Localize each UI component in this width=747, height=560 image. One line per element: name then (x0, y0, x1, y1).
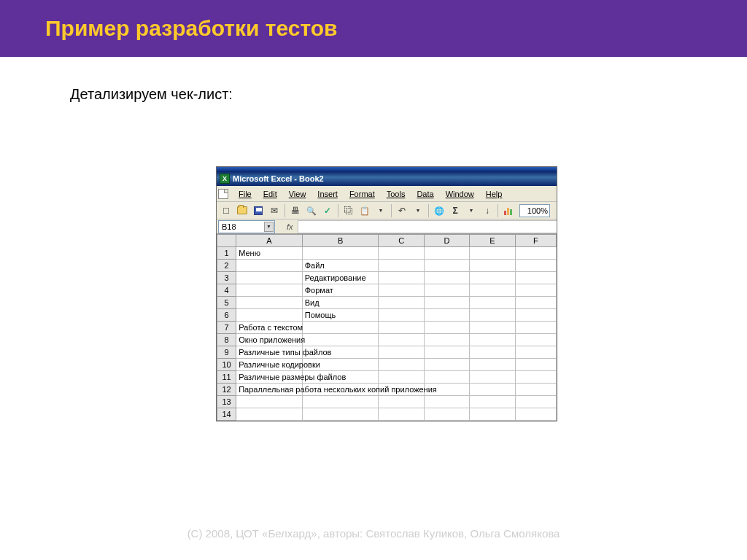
row-header[interactable]: 11 (217, 371, 236, 384)
formula-input[interactable] (298, 220, 557, 233)
cell[interactable] (470, 334, 515, 346)
zoom-combobox[interactable]: 100% (519, 204, 550, 217)
select-all-cell[interactable] (217, 235, 236, 247)
column-header-d[interactable]: D (424, 235, 469, 247)
menu-insert[interactable]: Insert (311, 188, 344, 200)
name-box[interactable]: B18 ▼ (218, 220, 275, 233)
cell[interactable] (379, 272, 424, 284)
cell[interactable] (302, 247, 379, 260)
row-header[interactable]: 13 (217, 396, 236, 408)
undo-dropdown[interactable]: ▼ (411, 203, 425, 218)
cell[interactable] (515, 284, 556, 297)
row-header[interactable]: 1 (217, 247, 236, 260)
cell[interactable] (515, 260, 556, 272)
cell[interactable]: Формат (302, 284, 379, 297)
spellcheck-button[interactable] (320, 203, 335, 218)
cell[interactable]: Различные кодировки (236, 359, 303, 371)
row-header[interactable]: 2 (217, 260, 236, 272)
cell[interactable] (379, 247, 424, 260)
cell[interactable] (470, 297, 515, 309)
cell[interactable] (470, 396, 515, 408)
row-header[interactable]: 10 (217, 359, 236, 371)
cell[interactable] (515, 384, 556, 396)
menu-format[interactable]: Format (344, 188, 381, 200)
autosum-button[interactable] (448, 203, 462, 218)
cell[interactable]: Окно приложения (236, 334, 303, 346)
cell[interactable]: Различные типы файлов (236, 346, 303, 359)
cell[interactable] (515, 297, 556, 309)
cell[interactable] (515, 396, 556, 408)
hyperlink-button[interactable] (432, 203, 446, 218)
row-header[interactable]: 8 (217, 334, 236, 346)
cell[interactable] (379, 396, 424, 408)
cell[interactable] (379, 359, 424, 371)
cell[interactable] (470, 309, 515, 322)
row-header[interactable]: 5 (217, 297, 236, 309)
column-header-e[interactable]: E (470, 235, 515, 247)
cell[interactable] (515, 309, 556, 322)
menu-file[interactable]: File (233, 188, 258, 200)
column-header-c[interactable]: C (379, 235, 424, 247)
cell[interactable]: Файл (302, 260, 379, 272)
cell[interactable]: Вид (302, 297, 379, 309)
cell[interactable] (424, 247, 469, 260)
menu-tools[interactable]: Tools (381, 188, 411, 200)
cell[interactable] (236, 396, 303, 408)
cell[interactable] (379, 334, 424, 346)
cell[interactable] (424, 359, 469, 371)
open-button[interactable] (235, 203, 249, 218)
row-header[interactable]: 4 (217, 284, 236, 297)
cell[interactable] (236, 272, 303, 284)
cell[interactable] (515, 334, 556, 346)
row-header[interactable]: 14 (217, 408, 236, 421)
cell[interactable]: Различные размеры файлов (236, 371, 303, 384)
cell[interactable] (302, 334, 379, 346)
row-header[interactable]: 3 (217, 272, 236, 284)
column-header-f[interactable]: F (515, 235, 556, 247)
cell[interactable] (424, 322, 469, 334)
cell[interactable] (470, 371, 515, 384)
cell[interactable] (379, 284, 424, 297)
cell[interactable] (470, 408, 515, 421)
cell[interactable] (236, 309, 303, 322)
cell[interactable] (424, 396, 469, 408)
cell[interactable]: Меню (236, 247, 303, 260)
cell[interactable] (470, 322, 515, 334)
excel-app-icon[interactable]: X (220, 174, 230, 184)
document-icon[interactable] (218, 189, 228, 199)
cell[interactable] (379, 408, 424, 421)
cell[interactable] (302, 322, 379, 334)
chart-button[interactable] (501, 203, 516, 218)
save-button[interactable] (251, 203, 266, 218)
print-button[interactable] (288, 203, 303, 218)
cell[interactable] (515, 408, 556, 421)
cell[interactable] (379, 309, 424, 322)
cell[interactable] (424, 371, 469, 384)
cell[interactable] (424, 284, 469, 297)
sort-button[interactable] (480, 203, 495, 218)
cell[interactable]: Редактирование (302, 272, 379, 284)
paste-dropdown[interactable]: ▼ (374, 203, 388, 218)
row-header[interactable]: 7 (217, 322, 236, 334)
paste-button[interactable] (357, 203, 372, 218)
cell[interactable] (236, 408, 303, 421)
cell[interactable] (379, 371, 424, 384)
cell[interactable] (424, 346, 469, 359)
cell[interactable] (424, 297, 469, 309)
cell[interactable] (515, 322, 556, 334)
cell[interactable] (379, 260, 424, 272)
cell[interactable] (379, 322, 424, 334)
cell[interactable] (470, 260, 515, 272)
cell[interactable] (424, 309, 469, 322)
cell[interactable] (470, 346, 515, 359)
undo-button[interactable] (395, 203, 409, 218)
cell[interactable] (236, 284, 303, 297)
excel-titlebar[interactable]: X Microsoft Excel - Book2 (217, 171, 557, 186)
cell[interactable] (470, 359, 515, 371)
cell[interactable] (302, 408, 379, 421)
mail-button[interactable] (267, 203, 282, 218)
fx-label[interactable]: fx (287, 222, 293, 231)
cell[interactable] (470, 384, 515, 396)
cell[interactable]: Параллельная работа нескольких копий при… (236, 384, 303, 396)
cell[interactable]: Помощь (302, 309, 379, 322)
